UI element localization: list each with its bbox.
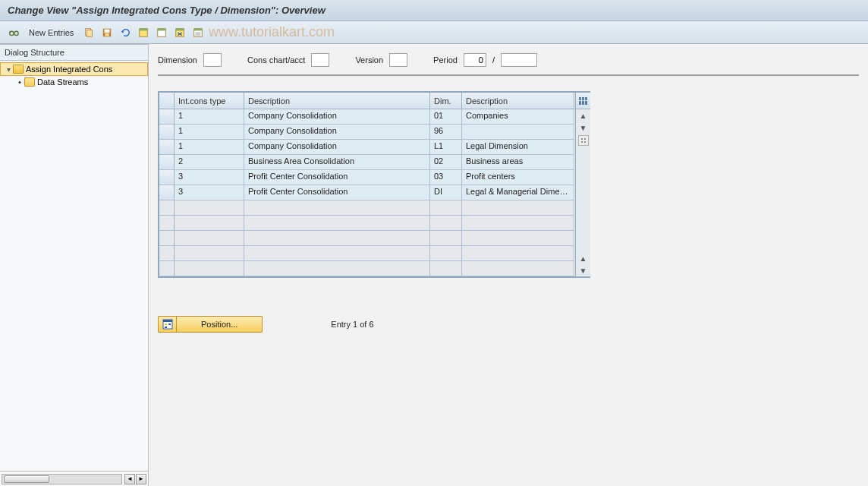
cell-int-cons-type[interactable]: 2: [175, 155, 244, 170]
undo-icon[interactable]: [118, 25, 133, 40]
cell-description-1[interactable]: Profit Center Consolidation: [244, 170, 430, 185]
table-row-empty[interactable]: [159, 216, 575, 231]
nav-right-icon[interactable]: ►: [136, 474, 146, 484]
table-row[interactable]: 1Company Consolidation01Companies: [159, 109, 575, 125]
row-selector[interactable]: [159, 155, 175, 170]
tree-item-data-streams[interactable]: • Data Streams: [0, 76, 148, 88]
cell-empty[interactable]: [462, 231, 574, 246]
nav-left-icon[interactable]: ◄: [124, 474, 135, 484]
new-entries-button[interactable]: New Entries: [24, 27, 78, 39]
cell-description-1[interactable]: Company Consolidation: [244, 125, 430, 140]
select-all-icon[interactable]: [136, 25, 151, 40]
row-selector[interactable]: [159, 125, 175, 140]
cell-description-2[interactable]: Business areas: [462, 155, 574, 170]
table-row[interactable]: 1Company Consolidation96: [159, 125, 575, 140]
cell-empty[interactable]: [462, 216, 574, 231]
cell-dim[interactable]: 01: [430, 109, 462, 125]
cell-empty[interactable]: [175, 246, 244, 261]
cell-description-2[interactable]: Legal Dimension: [462, 140, 574, 155]
cell-int-cons-type[interactable]: 1: [175, 109, 244, 125]
row-selector[interactable]: [159, 231, 175, 246]
copy-icon[interactable]: [81, 25, 96, 40]
scroll-page-indicator[interactable]: [578, 135, 589, 146]
save-icon[interactable]: [99, 25, 115, 40]
cell-description-2[interactable]: Companies: [462, 109, 574, 125]
scroll-track[interactable]: [576, 147, 590, 252]
table-row-empty[interactable]: [159, 200, 575, 216]
scrollbar-thumb[interactable]: [4, 475, 49, 483]
table-row-empty[interactable]: [159, 246, 575, 261]
cell-int-cons-type[interactable]: 1: [175, 125, 244, 140]
cell-empty[interactable]: [430, 246, 462, 261]
period-input-2[interactable]: [501, 53, 537, 67]
scroll-down-icon[interactable]: ▼: [576, 122, 590, 134]
delete-icon[interactable]: [172, 25, 187, 40]
cell-int-cons-type[interactable]: 3: [175, 185, 244, 200]
dimension-input[interactable]: [203, 53, 222, 67]
cell-empty[interactable]: [430, 231, 462, 246]
cell-dim[interactable]: 02: [430, 155, 462, 170]
cell-description-1[interactable]: Company Consolidation: [244, 109, 430, 125]
table-row[interactable]: 2Business Area Consolidation02Business a…: [159, 155, 575, 170]
print-icon[interactable]: [190, 25, 206, 40]
table-header-description-1[interactable]: Description: [244, 93, 430, 109]
cell-description-1[interactable]: Profit Center Consolidation: [244, 185, 430, 200]
cell-empty[interactable]: [175, 231, 244, 246]
cell-empty[interactable]: [430, 200, 462, 216]
row-selector[interactable]: [159, 246, 175, 261]
table-row[interactable]: 3Profit Center Consolidation03Profit cen…: [159, 170, 575, 185]
cell-description-2[interactable]: [462, 125, 574, 140]
table-config-button[interactable]: [576, 93, 590, 109]
cell-description-2[interactable]: Profit centers: [462, 170, 574, 185]
deselect-all-icon[interactable]: [154, 25, 169, 40]
cell-empty[interactable]: [462, 261, 574, 276]
cell-empty[interactable]: [244, 200, 430, 216]
table-header-int-cons-type[interactable]: Int.cons type: [175, 93, 244, 109]
tree-expand-icon[interactable]: ▾: [4, 65, 13, 74]
table-row[interactable]: 3Profit Center ConsolidationDILegal & Ma…: [159, 185, 575, 200]
row-selector[interactable]: [159, 261, 175, 276]
table-row-empty[interactable]: [159, 231, 575, 246]
cell-empty[interactable]: [244, 246, 430, 261]
table-row[interactable]: 1Company ConsolidationL1Legal Dimension: [159, 140, 575, 155]
cell-empty[interactable]: [462, 200, 574, 216]
table-row-empty[interactable]: [159, 261, 575, 276]
cell-empty[interactable]: [244, 261, 430, 276]
cell-dim[interactable]: DI: [430, 185, 462, 200]
cell-dim[interactable]: 96: [430, 125, 462, 140]
cell-empty[interactable]: [462, 246, 574, 261]
table-header-selector[interactable]: [159, 93, 175, 109]
cell-int-cons-type[interactable]: 3: [175, 170, 244, 185]
position-button[interactable]: Position...: [158, 316, 263, 333]
cell-description-1[interactable]: Business Area Consolidation: [244, 155, 430, 170]
row-selector[interactable]: [159, 185, 175, 200]
cell-empty[interactable]: [175, 216, 244, 231]
period-input-1[interactable]: [464, 53, 486, 67]
scroll-down-bottom-icon[interactable]: ▼: [576, 264, 590, 276]
version-input[interactable]: [389, 53, 407, 67]
cell-dim[interactable]: 03: [430, 170, 462, 185]
scroll-up-bottom-icon[interactable]: ▲: [576, 252, 590, 264]
cell-description-1[interactable]: Company Consolidation: [244, 140, 430, 155]
cell-empty[interactable]: [175, 200, 244, 216]
row-selector[interactable]: [159, 216, 175, 231]
row-selector[interactable]: [159, 170, 175, 185]
cell-empty[interactable]: [244, 216, 430, 231]
cons-chart-input[interactable]: [311, 53, 329, 67]
glasses-icon[interactable]: [6, 25, 21, 40]
cell-empty[interactable]: [244, 231, 430, 246]
cell-int-cons-type[interactable]: 1: [175, 140, 244, 155]
cell-dim[interactable]: L1: [430, 140, 462, 155]
cell-empty[interactable]: [430, 216, 462, 231]
scroll-up-icon[interactable]: ▲: [576, 109, 590, 122]
tree-item-assign-integrated-cons[interactable]: ▾ Assign Integrated Cons: [0, 62, 148, 76]
row-selector[interactable]: [159, 140, 175, 155]
cell-description-2[interactable]: Legal & Managerial Dimensi..: [462, 185, 574, 200]
cell-empty[interactable]: [175, 261, 244, 276]
table-header-dim[interactable]: Dim.: [430, 93, 462, 109]
table-header-description-2[interactable]: Description: [462, 93, 574, 109]
row-selector[interactable]: [159, 200, 175, 216]
horizontal-scrollbar[interactable]: [2, 474, 122, 484]
row-selector[interactable]: [159, 109, 175, 125]
cell-empty[interactable]: [430, 261, 462, 276]
